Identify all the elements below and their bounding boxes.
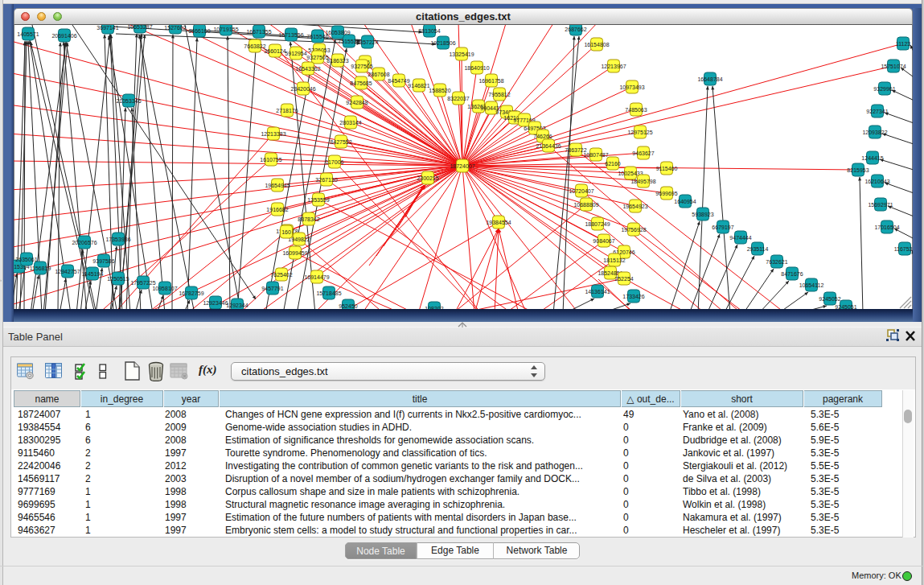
svg-text:19756928: 19756928 — [621, 227, 646, 233]
svg-text:7632621: 7632621 — [766, 259, 787, 265]
svg-text:1145194: 1145194 — [82, 271, 104, 277]
svg-text:10688809: 10688809 — [573, 202, 598, 208]
svg-text:16543362: 16543362 — [295, 66, 320, 72]
svg-text:10807487: 10807487 — [583, 152, 608, 158]
svg-text:2867608: 2867608 — [368, 72, 389, 77]
svg-text:21364436: 21364436 — [536, 143, 561, 149]
svg-text:108202: 108202 — [425, 306, 443, 311]
svg-text:1527602: 1527602 — [164, 25, 186, 31]
svg-text:9227341: 9227341 — [866, 109, 888, 114]
svg-text:19654923: 19654923 — [622, 204, 647, 209]
svg-text:8878342: 8878342 — [298, 216, 319, 222]
svg-text:117006: 117006 — [326, 159, 344, 165]
svg-text:62160: 62160 — [605, 161, 621, 167]
svg-text:2535061: 2535061 — [15, 257, 37, 262]
svg-text:12213383: 12213383 — [261, 131, 285, 137]
svg-text:13325419: 13325419 — [449, 51, 474, 57]
svg-text:9397586: 9397586 — [92, 258, 114, 264]
svg-text:1610755: 1610755 — [260, 157, 281, 163]
svg-text:746266: 746266 — [533, 134, 552, 139]
svg-text:16713556: 16713556 — [278, 32, 303, 38]
svg-text:8322037: 8322037 — [447, 96, 469, 101]
svg-text:2803144: 2803144 — [339, 120, 361, 126]
svg-text:9115460: 9115460 — [656, 166, 678, 171]
svg-text:8475685: 8475685 — [350, 80, 372, 86]
svg-text:6679197: 6679197 — [712, 225, 733, 230]
svg-text:9245052: 9245052 — [819, 296, 840, 302]
svg-text:19218506: 19218506 — [430, 40, 455, 46]
svg-text:10654112: 10654112 — [799, 282, 824, 288]
svg-text:2718176: 2718176 — [276, 108, 298, 113]
svg-text:20206576: 20206576 — [72, 240, 97, 245]
svg-text:16154808: 16154808 — [584, 42, 609, 47]
svg-text:1292344: 1292344 — [226, 303, 248, 308]
svg-text:9457791: 9457791 — [261, 286, 283, 291]
svg-text:9242848: 9242848 — [346, 100, 368, 105]
svg-text:18495798: 18495798 — [630, 179, 655, 184]
svg-text:16099459: 16099459 — [282, 250, 307, 256]
svg-text:16914479: 16914479 — [304, 274, 329, 280]
svg-text:8813054: 8813054 — [418, 28, 440, 34]
svg-text:1244415: 1244415 — [861, 155, 883, 161]
svg-text:12975125: 12975125 — [627, 130, 652, 135]
svg-text:7857224: 7857224 — [356, 39, 378, 45]
svg-text:5912954: 5912954 — [285, 51, 306, 56]
svg-text:23420046: 23420046 — [290, 86, 315, 92]
svg-text:9146821: 9146821 — [408, 83, 429, 89]
svg-text:19654945: 19654945 — [265, 183, 290, 188]
svg-text:3267130: 3267130 — [315, 177, 337, 183]
svg-text:10720407: 10720407 — [569, 188, 593, 194]
svg-text:16961758: 16961758 — [478, 78, 503, 84]
svg-text:18807249: 18807249 — [585, 221, 610, 227]
svg-text:10973493: 10973493 — [619, 84, 644, 90]
svg-text:3660124: 3660124 — [264, 48, 285, 54]
svg-text:16648784: 16648784 — [697, 76, 722, 82]
svg-text:9329961: 9329961 — [873, 86, 895, 92]
svg-text:15751074: 15751074 — [881, 64, 906, 69]
svg-text:9327505: 9327505 — [306, 55, 328, 60]
svg-text:1317: 1317 — [915, 36, 924, 42]
svg-text:8186323: 8186323 — [326, 58, 348, 64]
svg-text:1250515: 1250515 — [107, 276, 129, 282]
svg-text:7625402: 7625402 — [270, 272, 292, 278]
svg-text:10653287: 10653287 — [127, 24, 152, 30]
svg-text:16053809: 16053809 — [325, 30, 350, 35]
svg-text:17957225: 17957225 — [130, 280, 155, 286]
svg-text:8454749: 8454749 — [388, 78, 409, 84]
svg-text:1588520: 1588520 — [429, 88, 450, 93]
svg-text:10719155: 10719155 — [213, 27, 238, 32]
svg-text:18640910: 18640910 — [464, 65, 489, 71]
svg-text:1167531: 1167531 — [894, 246, 916, 252]
svg-text:9245051: 9245051 — [835, 304, 856, 310]
svg-text:1405571: 1405571 — [17, 31, 39, 37]
svg-text:160: 160 — [281, 229, 291, 235]
svg-text:14136141: 14136141 — [585, 289, 610, 295]
svg-text:2300215: 2300215 — [417, 175, 438, 181]
svg-text:5938923: 5938923 — [692, 212, 713, 217]
svg-text:9327505: 9327505 — [351, 64, 372, 69]
svg-text:15692971: 15692971 — [868, 202, 893, 208]
svg-text:7955812: 7955812 — [488, 92, 510, 97]
svg-text:9084067: 9084067 — [593, 238, 614, 244]
svg-text:1353559: 1353559 — [307, 197, 329, 203]
svg-text:8471676: 8471676 — [781, 271, 803, 277]
svg-text:9474444: 9474444 — [729, 235, 751, 241]
svg-text:1916682: 1916682 — [266, 207, 288, 212]
svg-text:1640954: 1640954 — [674, 199, 696, 204]
svg-text:16210643: 16210643 — [864, 179, 889, 184]
svg-text:3697141: 3697141 — [97, 25, 118, 31]
svg-text:18724007: 18724007 — [450, 163, 474, 169]
svg-text:7485063: 7485063 — [625, 107, 647, 113]
svg-text:2935114: 2935114 — [747, 246, 769, 252]
svg-text:7663822: 7663822 — [244, 43, 265, 49]
svg-text:12093822: 12093822 — [862, 130, 887, 135]
svg-text:16671355: 16671355 — [246, 29, 271, 35]
svg-text:10958107: 10958107 — [152, 286, 177, 291]
svg-text:252254: 252254 — [614, 276, 633, 282]
svg-text:20691406: 20691406 — [51, 33, 76, 39]
svg-text:2687662: 2687662 — [565, 27, 586, 32]
svg-text:1733426: 1733426 — [622, 294, 644, 299]
svg-text:16782759: 16782759 — [179, 290, 203, 296]
svg-text:19384554: 19384554 — [486, 220, 511, 225]
svg-text:12923446: 12923446 — [203, 300, 228, 306]
